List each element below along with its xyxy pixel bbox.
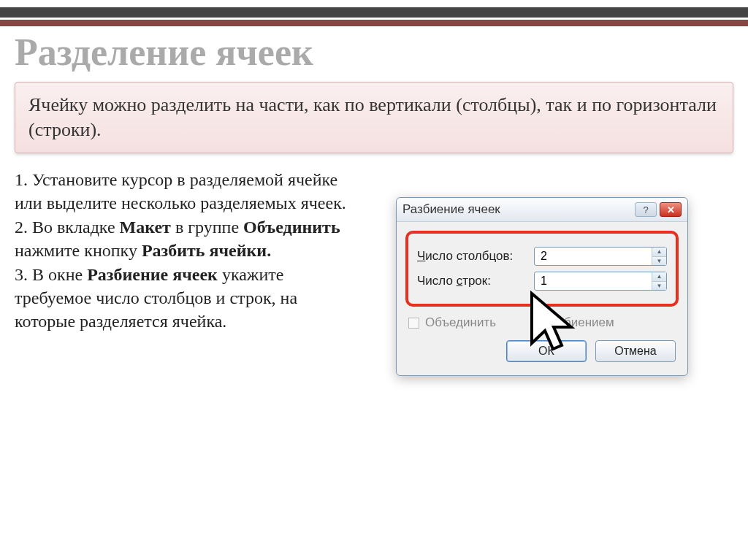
rows-label-post: трок: bbox=[462, 274, 491, 288]
cancel-button[interactable]: Отмена bbox=[595, 340, 676, 362]
dialog-title: Разбиение ячеек bbox=[402, 202, 632, 217]
step1: 1. Установите курсор в разделяемой ячейк… bbox=[15, 170, 346, 212]
step3-bold: Разбиение ячеек bbox=[87, 265, 218, 284]
help-button[interactable]: ? bbox=[635, 202, 657, 217]
instructions-text: 1. Установите курсор в разделяемой ячейк… bbox=[15, 168, 351, 376]
columns-spinner-buttons: ▲ ▼ bbox=[652, 248, 666, 265]
columns-label: Число столбцов: bbox=[417, 249, 534, 264]
merge-checkbox[interactable] bbox=[408, 318, 419, 329]
columns-spinner[interactable]: 2 ▲ ▼ bbox=[534, 247, 667, 266]
rows-spin-down[interactable]: ▼ bbox=[652, 282, 666, 291]
bar-dark bbox=[0, 7, 748, 18]
dialog-titlebar[interactable]: Разбиение ячеек ? ✕ bbox=[397, 198, 687, 222]
step2-e: нажмите кнопку bbox=[15, 241, 142, 260]
dialog-buttons: ОК Отмена bbox=[405, 340, 679, 367]
dialog-container: Разбиение ячеек ? ✕ Число столбцов: 2 ▲ … bbox=[351, 168, 733, 376]
rows-spinner[interactable]: 1 ▲ ▼ bbox=[534, 272, 667, 291]
split-cells-dialog: Разбиение ячеек ? ✕ Число столбцов: 2 ▲ … bbox=[396, 197, 688, 376]
rows-label: Число строк: bbox=[417, 274, 534, 288]
rows-spinner-buttons: ▲ ▼ bbox=[652, 272, 666, 290]
ok-button[interactable]: ОК bbox=[506, 340, 587, 362]
highlight-box: Число столбцов: 2 ▲ ▼ Число строк: 1 bbox=[405, 231, 679, 307]
columns-spin-up[interactable]: ▲ bbox=[652, 248, 666, 257]
bar-red bbox=[0, 20, 748, 26]
columns-label-rest: исло столбцов: bbox=[425, 249, 513, 263]
step2-a: 2. Во вкладке bbox=[15, 218, 120, 237]
merge-label-pre: Объединить bbox=[425, 315, 496, 330]
merge-checkbox-row[interactable]: Объединить д разбиением bbox=[408, 315, 676, 330]
columns-mnemonic: Ч bbox=[417, 249, 425, 263]
columns-row: Число столбцов: 2 ▲ ▼ bbox=[417, 247, 667, 266]
rows-value[interactable]: 1 bbox=[535, 272, 652, 290]
slide-title: Разделение ячеек bbox=[15, 31, 313, 74]
step2-bold2: Объединить bbox=[243, 218, 340, 237]
description-box: Ячейку можно разделить на части, как по … bbox=[15, 82, 733, 153]
rows-mnemonic: с bbox=[457, 274, 463, 288]
top-decorative-bars bbox=[0, 0, 748, 29]
rows-label-pre: Число bbox=[417, 274, 457, 288]
close-icon: ✕ bbox=[667, 204, 675, 215]
dialog-body: Число столбцов: 2 ▲ ▼ Число строк: 1 bbox=[397, 222, 687, 375]
step3-a: 3. В окне bbox=[15, 265, 87, 284]
step2-c: в группе bbox=[171, 218, 243, 237]
columns-spin-down[interactable]: ▼ bbox=[652, 257, 666, 266]
merge-label-post: д разбиением bbox=[534, 315, 614, 330]
rows-spin-up[interactable]: ▲ bbox=[652, 272, 666, 282]
step2-bold3: Разбить ячейки. bbox=[142, 241, 271, 260]
close-button[interactable]: ✕ bbox=[660, 202, 682, 217]
help-icon: ? bbox=[643, 204, 648, 215]
step2-bold1: Макет bbox=[120, 218, 171, 237]
merge-label-gap bbox=[496, 315, 534, 330]
rows-row: Число строк: 1 ▲ ▼ bbox=[417, 272, 667, 291]
content-area: 1. Установите курсор в разделяемой ячейк… bbox=[15, 168, 733, 376]
columns-value[interactable]: 2 bbox=[535, 248, 652, 265]
